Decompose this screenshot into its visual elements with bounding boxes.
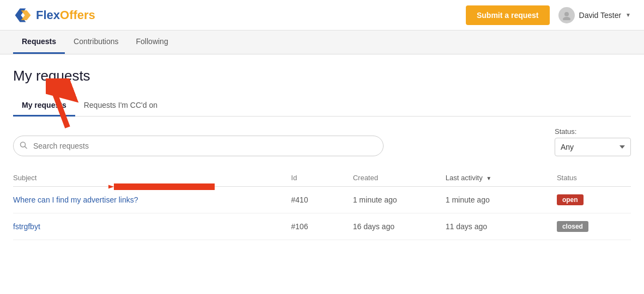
nav-tab-requests[interactable]: Requests xyxy=(13,30,65,54)
table-row: fstrgfbyt #106 16 days ago 11 days ago c… xyxy=(13,213,631,240)
user-avatar xyxy=(558,7,575,23)
cell-created-2: 16 days ago xyxy=(353,213,446,240)
cell-id-2: #106 xyxy=(291,213,353,240)
sub-tabs: My requests Requests I'm CC'd on xyxy=(13,95,631,117)
ticket-link-2[interactable]: fstrgfbyt xyxy=(13,222,40,231)
user-name: David Tester xyxy=(579,11,622,20)
table-container: Subject Id Created Last activity ▼ Statu… xyxy=(13,169,631,240)
flexoffers-logo-icon xyxy=(13,5,33,25)
sub-tab-my-requests[interactable]: My requests xyxy=(13,95,75,117)
ticket-link-1[interactable]: Where can I find my advertiser links? xyxy=(13,195,138,204)
cell-status-1: open xyxy=(557,187,631,213)
page-title: My requests xyxy=(13,68,631,84)
status-label: Status: xyxy=(555,127,631,136)
logo-flex: Flex xyxy=(36,8,60,22)
user-menu[interactable]: David Tester ▼ xyxy=(558,7,631,23)
status-badge-closed: closed xyxy=(557,221,588,232)
col-header-status: Status xyxy=(557,169,631,187)
cell-status-2: closed xyxy=(557,213,631,240)
nav-tab-following[interactable]: Following xyxy=(127,30,177,54)
nav-tab-contributions[interactable]: Contributions xyxy=(65,30,127,54)
table-body: Where can I find my advertiser links? #4… xyxy=(13,187,631,240)
search-input[interactable] xyxy=(13,136,384,156)
search-icon xyxy=(20,142,27,151)
header-right: Submit a request David Tester ▼ xyxy=(466,5,631,25)
requests-table: Subject Id Created Last activity ▼ Statu… xyxy=(13,169,631,240)
cell-activity-2: 11 days ago xyxy=(446,213,557,240)
logo-offers: Offers xyxy=(60,8,95,22)
col-header-id: Id xyxy=(291,169,353,187)
col-header-subject: Subject xyxy=(13,169,291,187)
search-filter-row: Status: Any Open Closed Pending xyxy=(13,127,631,156)
status-select[interactable]: Any Open Closed Pending xyxy=(555,138,631,156)
sub-tab-ccd-on[interactable]: Requests I'm CC'd on xyxy=(75,95,166,117)
main-content: My requests My requests Requests I'm CC'… xyxy=(0,54,644,240)
svg-point-2 xyxy=(564,12,569,16)
cell-activity-1: 1 minute ago xyxy=(446,187,557,213)
logo: FlexOffers xyxy=(13,5,95,25)
cell-id-1: #410 xyxy=(291,187,353,213)
search-wrapper xyxy=(13,136,384,156)
svg-marker-1 xyxy=(21,10,31,20)
svg-point-3 xyxy=(563,17,570,20)
svg-line-7 xyxy=(25,146,27,149)
nav-bar: Requests Contributions Following xyxy=(0,30,644,54)
col-header-last-activity[interactable]: Last activity ▼ xyxy=(446,169,557,187)
cell-subject-1: Where can I find my advertiser links? xyxy=(13,187,291,213)
table-header: Subject Id Created Last activity ▼ Statu… xyxy=(13,169,631,187)
cell-created-1: 1 minute ago xyxy=(353,187,446,213)
avatar-icon xyxy=(562,10,572,20)
cell-subject-2: fstrgfbyt xyxy=(13,213,291,240)
sort-arrow-icon: ▼ xyxy=(486,175,491,181)
chevron-down-icon: ▼ xyxy=(625,12,631,18)
status-filter: Status: Any Open Closed Pending xyxy=(555,127,631,156)
table-row: Where can I find my advertiser links? #4… xyxy=(13,187,631,213)
header: FlexOffers Submit a request David Tester… xyxy=(0,0,644,30)
status-badge-open: open xyxy=(557,194,584,205)
logo-text: FlexOffers xyxy=(36,8,95,22)
submit-request-button[interactable]: Submit a request xyxy=(466,5,550,25)
col-header-created: Created xyxy=(353,169,446,187)
